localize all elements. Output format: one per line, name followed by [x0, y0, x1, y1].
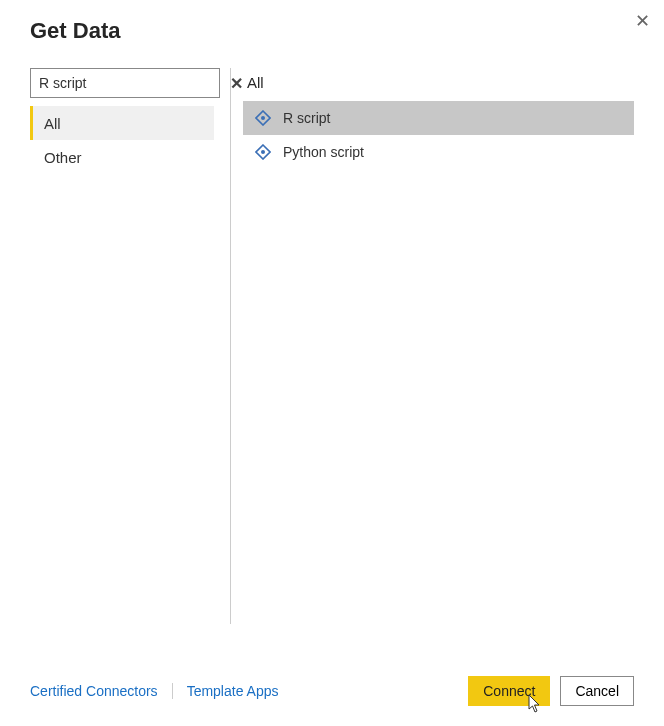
category-label: Other: [44, 149, 82, 166]
connector-r-script[interactable]: R script: [243, 101, 634, 135]
diamond-icon: [253, 142, 273, 162]
svg-point-3: [261, 150, 265, 154]
link-certified-connectors[interactable]: Certified Connectors: [30, 683, 172, 699]
clear-search-icon[interactable]: ✕: [222, 74, 251, 93]
footer-links: Certified Connectors Template Apps: [30, 683, 292, 699]
diamond-icon: [253, 108, 273, 128]
connector-list: R script Python script: [243, 101, 634, 169]
right-pane: All R script Python script: [239, 68, 634, 624]
pane-divider: [230, 68, 231, 624]
dialog-header: Get Data: [0, 0, 664, 54]
dialog-footer: Certified Connectors Template Apps Conne…: [0, 656, 664, 726]
connector-python-script[interactable]: Python script: [243, 135, 634, 169]
search-input[interactable]: [31, 71, 222, 95]
page-title: Get Data: [30, 18, 634, 44]
left-pane: ✕ All Other: [30, 68, 230, 624]
category-label: All: [44, 115, 61, 132]
category-all[interactable]: All: [30, 106, 214, 140]
right-pane-title: All: [243, 68, 634, 101]
cancel-button[interactable]: Cancel: [560, 676, 634, 706]
category-list: All Other: [30, 106, 214, 174]
connect-button[interactable]: Connect: [468, 676, 550, 706]
close-icon[interactable]: ✕: [631, 6, 654, 36]
content-area: ✕ All Other All R script: [0, 54, 664, 624]
search-box[interactable]: ✕: [30, 68, 220, 98]
connector-label: R script: [283, 110, 330, 126]
category-other[interactable]: Other: [30, 140, 214, 174]
connector-label: Python script: [283, 144, 364, 160]
svg-point-1: [261, 116, 265, 120]
link-template-apps[interactable]: Template Apps: [172, 683, 293, 699]
